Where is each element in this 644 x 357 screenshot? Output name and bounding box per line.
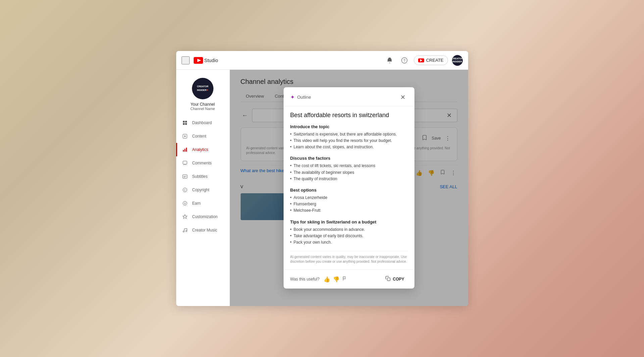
outline-section-4: Tips for skiing in Switzerland on a budg… [290, 219, 408, 246]
channel-info: CREATORINSIDER● Your Channel Channel Nam… [176, 75, 230, 116]
svg-rect-15 [183, 175, 187, 178]
youtube-logo-icon [194, 57, 203, 64]
body-layout: CREATORINSIDER● Your Channel Channel Nam… [176, 70, 468, 306]
create-button-icon [418, 58, 424, 62]
copyright-icon: C [182, 187, 188, 193]
sparkle-icon: ✦ [290, 94, 295, 100]
header-right: ? CREATE CREATORINSIDER [384, 55, 463, 66]
main-content: Channel analytics Overview Content Audie… [230, 70, 468, 306]
dashboard-icon [182, 119, 188, 126]
bullet-4-3: Pack your own lunch. [290, 239, 408, 246]
section-title-2: Discuss the factors [290, 156, 408, 161]
modal-disclaimer: AI-generated content varies in quality, … [290, 251, 408, 264]
modal-overlay[interactable]: ✦ Outline ✕ Best affordable resorts in s… [230, 70, 468, 306]
create-button[interactable]: CREATE [414, 55, 448, 65]
modal-header-tag: Outline [297, 95, 311, 100]
svg-text:C: C [184, 189, 186, 191]
bullet-4-1: Book your accommodations in advance. [290, 226, 408, 233]
copyright-label: Copyright [192, 188, 209, 192]
copy-label: COPY [393, 277, 404, 282]
sidebar-item-earn[interactable]: $ Earn [176, 197, 230, 210]
sidebar-item-analytics[interactable]: Analytics [176, 143, 230, 156]
useful-label: Was this useful? [290, 277, 320, 282]
creator-music-label: Creator Music [192, 228, 217, 233]
copy-button[interactable]: COPY [382, 274, 407, 285]
svg-text:?: ? [403, 58, 405, 62]
help-icon[interactable]: ? [399, 55, 410, 66]
outline-section-1: Introduce the topic Switzerland is expen… [290, 124, 408, 151]
sidebar-item-subtitles[interactable]: Subtitles [176, 170, 230, 183]
svg-marker-10 [184, 135, 186, 137]
create-button-label: CREATE [426, 58, 444, 63]
bullet-3-1: Arosa Lenzerheide [290, 195, 408, 201]
svg-rect-13 [186, 148, 187, 152]
customization-label: Customization [192, 214, 218, 219]
earn-icon: $ [182, 200, 188, 207]
bullet-2-2: The availability of beginner slopes [290, 169, 408, 176]
bullet-1-1: Switzerland is expensive, but there are … [290, 131, 408, 138]
svg-rect-11 [183, 150, 184, 152]
svg-rect-5 [183, 121, 185, 122]
earn-label: Earn [192, 201, 201, 206]
bullet-1-2: This video will help you find the resort… [290, 138, 408, 144]
channel-sub: Channel Name [190, 107, 215, 111]
analytics-label: Analytics [192, 147, 208, 152]
bullet-4-2: Take advantage of early bird discounts. [290, 233, 408, 239]
subtitles-icon [182, 173, 188, 180]
studio-label: Studio [204, 58, 218, 63]
content-label: Content [192, 134, 206, 139]
modal-close-button[interactable]: ✕ [398, 93, 408, 102]
svg-point-22 [183, 231, 184, 232]
svg-rect-14 [183, 161, 187, 164]
svg-text:$: $ [184, 202, 185, 205]
top-header: Studio ? CREATE CREATORINSIDER [176, 51, 468, 70]
avatar-text: CREATORINSIDER [452, 57, 463, 63]
channel-name: Your Channel [191, 102, 215, 107]
sidebar-item-copyright[interactable]: C Copyright [176, 183, 230, 197]
customization-icon [182, 213, 188, 220]
notifications-icon[interactable] [384, 55, 395, 66]
sidebar-item-creator-music[interactable]: Creator Music [176, 223, 230, 237]
svg-rect-12 [184, 149, 185, 152]
user-avatar[interactable]: CREATORINSIDER [452, 55, 463, 66]
comments-icon [182, 160, 188, 166]
flag-button[interactable] [341, 274, 349, 284]
outline-modal: ✦ Outline ✕ Best affordable resorts in s… [284, 87, 414, 289]
sidebar-item-dashboard[interactable]: Dashboard [176, 116, 230, 130]
modal-footer: Was this useful? 👍 👎 COPY [284, 269, 414, 289]
copy-icon [385, 276, 391, 283]
hamburger-menu-button[interactable] [182, 56, 190, 64]
analytics-icon [182, 146, 188, 153]
svg-rect-25 [387, 278, 390, 281]
sidebar-item-content[interactable]: Content [176, 130, 230, 143]
section-title-4: Tips for skiing in Switzerland on a budg… [290, 219, 408, 224]
comments-label: Comments [192, 161, 212, 165]
section-title-1: Introduce the topic [290, 124, 408, 129]
thumbdown-button[interactable]: 👎 [332, 275, 341, 284]
creator-music-icon [182, 227, 188, 234]
subtitles-label: Subtitles [192, 174, 208, 179]
logo-area: Studio [194, 57, 218, 64]
section-title-3: Best options [290, 188, 408, 193]
bullet-2-1: The cost of lift tickets, ski rentals, a… [290, 163, 408, 169]
outline-section-2: Discuss the factors The cost of lift tic… [290, 156, 408, 182]
sidebar-item-customization[interactable]: Customization [176, 210, 230, 223]
modal-body: Best affordable resorts in switzerland I… [284, 106, 414, 269]
modal-header: ✦ Outline ✕ [284, 87, 414, 106]
svg-rect-8 [185, 123, 187, 125]
modal-main-title: Best affordable resorts in switzerland [290, 112, 408, 119]
sidebar-item-comments[interactable]: Comments [176, 156, 230, 170]
channel-avatar[interactable]: CREATORINSIDER● [192, 78, 213, 99]
svg-rect-7 [183, 123, 185, 125]
content-icon [182, 133, 188, 140]
bullet-3-3: Melchsee-Frutt [290, 207, 408, 214]
svg-rect-6 [185, 121, 187, 122]
thumbup-button[interactable]: 👍 [322, 275, 332, 284]
dashboard-label: Dashboard [192, 120, 212, 125]
sidebar: CREATORINSIDER● Your Channel Channel Nam… [176, 70, 230, 306]
svg-point-23 [186, 231, 187, 232]
modal-header-left: ✦ Outline [290, 94, 311, 100]
bullet-2-3: The quality of instruction [290, 176, 408, 182]
outline-section-3: Best options Arosa Lenzerheide Flumserbe… [290, 188, 408, 214]
bullet-1-3: Learn about the cost, slopes, and instru… [290, 144, 408, 150]
